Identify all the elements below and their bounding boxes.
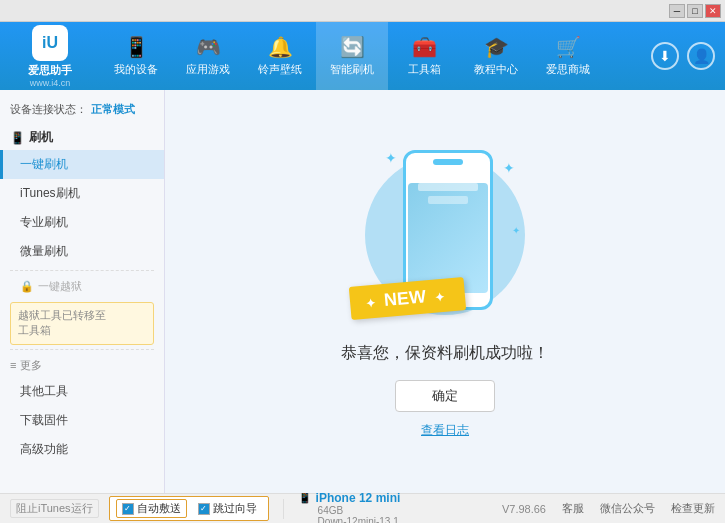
maximize-btn[interactable]: □ bbox=[687, 4, 703, 18]
phone-screen bbox=[408, 183, 488, 293]
nav-smart-flash[interactable]: 🔄 智能刷机 bbox=[316, 22, 388, 90]
device-model: Down-12mini-13,1 bbox=[318, 516, 401, 524]
sidebar-item-download-fw[interactable]: 下载固件 bbox=[0, 406, 164, 435]
advanced-label: 高级功能 bbox=[20, 442, 68, 456]
device-info: 📱 iPhone 12 mini 64GB Down-12mini-13,1 bbox=[298, 491, 401, 524]
bottom-bar: 阻止iTunes运行 ✓ 自动敷送 ✓ 跳过向导 📱 iPhone 12 min… bbox=[0, 493, 725, 523]
checkbox-skip-wizard-label: 跳过向导 bbox=[213, 501, 257, 516]
sidebar-item-itunes-flash-label: iTunes刷机 bbox=[20, 186, 80, 200]
close-btn[interactable]: ✕ bbox=[705, 4, 721, 18]
nav-tutorial-icon: 🎓 bbox=[484, 35, 509, 59]
sidebar-item-pro-flash[interactable]: 专业刷机 bbox=[0, 208, 164, 237]
nav-tutorial[interactable]: 🎓 教程中心 bbox=[460, 22, 532, 90]
status-value: 正常模式 bbox=[91, 102, 135, 117]
itunes-notice: 阻止iTunes运行 bbox=[10, 499, 99, 518]
nav-my-device-label: 我的设备 bbox=[114, 62, 158, 77]
confirm-button[interactable]: 确定 bbox=[395, 380, 495, 412]
sidebar-separator-2 bbox=[10, 349, 154, 350]
nav-shop-icon: 🛒 bbox=[556, 35, 581, 59]
more-label: 更多 bbox=[20, 358, 42, 373]
sparkle-2: ✦ bbox=[503, 160, 515, 176]
sidebar-item-pro-flash-label: 专业刷机 bbox=[20, 215, 68, 229]
sidebar-greyed-label: 一键越狱 bbox=[38, 279, 82, 294]
success-panel: ✦ ✦ ✦ bbox=[341, 145, 549, 439]
status-bar: 设备连接状态： 正常模式 bbox=[0, 98, 164, 125]
download-fw-label: 下载固件 bbox=[20, 413, 68, 427]
device-storage: 64GB bbox=[318, 505, 401, 516]
sidebar-item-other-tools[interactable]: 其他工具 bbox=[0, 377, 164, 406]
main-layout: 设备连接状态： 正常模式 📱 刷机 一键刷机 iTunes刷机 专业刷机 微量刷… bbox=[0, 90, 725, 493]
screen-line-1 bbox=[418, 183, 478, 191]
sparkle-3: ✦ bbox=[512, 225, 520, 236]
sparkle-1: ✦ bbox=[385, 150, 397, 166]
nav-smart-flash-icon: 🔄 bbox=[340, 35, 365, 59]
sidebar-notice-text: 越狱工具已转移至 工具箱 bbox=[18, 309, 106, 336]
nav-tutorial-label: 教程中心 bbox=[474, 62, 518, 77]
nav-shop-label: 爱思商城 bbox=[546, 62, 590, 77]
checkbox-group: ✓ 自动敷送 ✓ 跳过向导 bbox=[109, 496, 269, 521]
success-message: 恭喜您，保资料刷机成功啦！ bbox=[341, 343, 549, 364]
minimize-btn[interactable]: ─ bbox=[669, 4, 685, 18]
checkbox-auto-send-label: 自动敷送 bbox=[137, 501, 181, 516]
nav-bar: 📱 我的设备 🎮 应用游戏 🔔 铃声壁纸 🔄 智能刷机 🧰 工具箱 🎓 教程中心… bbox=[100, 22, 651, 90]
header-right: ⬇ 👤 bbox=[651, 42, 725, 70]
other-tools-label: 其他工具 bbox=[20, 384, 68, 398]
nav-shop[interactable]: 🛒 爱思商城 bbox=[532, 22, 604, 90]
nav-toolbox-label: 工具箱 bbox=[408, 62, 441, 77]
nav-app-games-label: 应用游戏 bbox=[186, 62, 230, 77]
wechat-public-link[interactable]: 微信公众号 bbox=[600, 501, 655, 516]
lock-icon: 🔒 bbox=[20, 280, 34, 293]
logo-icon: iU bbox=[32, 25, 68, 61]
flash-section-icon: 📱 bbox=[10, 131, 25, 145]
checkbox-skip-wizard[interactable]: ✓ 跳过向导 bbox=[193, 499, 262, 518]
phone-notch bbox=[433, 159, 463, 165]
checkbox-auto-send[interactable]: ✓ 自动敷送 bbox=[116, 499, 187, 518]
nav-ringtones-label: 铃声壁纸 bbox=[258, 62, 302, 77]
flash-section-label: 刷机 bbox=[29, 129, 53, 146]
nav-my-device-icon: 📱 bbox=[124, 35, 149, 59]
download-btn[interactable]: ⬇ bbox=[651, 42, 679, 70]
version-text: V7.98.66 bbox=[502, 503, 546, 515]
confirm-btn-label: 确定 bbox=[432, 387, 458, 405]
title-bar: ─ □ ✕ bbox=[0, 0, 725, 22]
nav-ringtones[interactable]: 🔔 铃声壁纸 bbox=[244, 22, 316, 90]
header: iU 爱思助手 www.i4.cn 📱 我的设备 🎮 应用游戏 🔔 铃声壁纸 🔄… bbox=[0, 22, 725, 90]
logo-name: 爱思助手 bbox=[28, 63, 72, 78]
nav-toolbox[interactable]: 🧰 工具箱 bbox=[388, 22, 460, 90]
sidebar: 设备连接状态： 正常模式 📱 刷机 一键刷机 iTunes刷机 专业刷机 微量刷… bbox=[0, 90, 165, 493]
bottom-left: 阻止iTunes运行 ✓ 自动敷送 ✓ 跳过向导 📱 iPhone 12 min… bbox=[10, 491, 502, 524]
bottom-right: V7.98.66 客服 微信公众号 检查更新 bbox=[502, 501, 715, 516]
sidebar-separator-1 bbox=[10, 270, 154, 271]
new-badge-text: NEW bbox=[383, 286, 427, 310]
checkbox-skip-wizard-check: ✓ bbox=[198, 503, 210, 515]
logo: iU 爱思助手 www.i4.cn bbox=[0, 25, 100, 88]
separator-device bbox=[283, 499, 284, 519]
screen-line-2 bbox=[428, 196, 468, 204]
sidebar-section-flash: 📱 刷机 一键刷机 iTunes刷机 专业刷机 微量刷机 bbox=[0, 125, 164, 266]
sidebar-more-header: ≡ 更多 bbox=[0, 354, 164, 377]
status-label: 设备连接状态： bbox=[10, 102, 87, 117]
more-icon: ≡ bbox=[10, 359, 16, 371]
nav-my-device[interactable]: 📱 我的设备 bbox=[100, 22, 172, 90]
content-area: ✦ ✦ ✦ bbox=[165, 90, 725, 493]
sidebar-item-advanced[interactable]: 高级功能 bbox=[0, 435, 164, 464]
account-btn[interactable]: 👤 bbox=[687, 42, 715, 70]
sidebar-item-one-click-label: 一键刷机 bbox=[20, 157, 68, 171]
nav-smart-flash-label: 智能刷机 bbox=[330, 62, 374, 77]
customer-service-link[interactable]: 客服 bbox=[562, 501, 584, 516]
daily-task-link[interactable]: 查看日志 bbox=[421, 422, 469, 439]
nav-ringtones-icon: 🔔 bbox=[268, 35, 293, 59]
sidebar-greyed-jailbreak: 🔒 一键越狱 bbox=[0, 275, 164, 298]
nav-app-games-icon: 🎮 bbox=[196, 35, 221, 59]
sidebar-item-micro-flash[interactable]: 微量刷机 bbox=[0, 237, 164, 266]
nav-app-games[interactable]: 🎮 应用游戏 bbox=[172, 22, 244, 90]
check-update-link[interactable]: 检查更新 bbox=[671, 501, 715, 516]
sidebar-item-micro-flash-label: 微量刷机 bbox=[20, 244, 68, 258]
sidebar-item-itunes-flash[interactable]: iTunes刷机 bbox=[0, 179, 164, 208]
logo-url: www.i4.cn bbox=[30, 78, 71, 88]
sidebar-section-flash-header: 📱 刷机 bbox=[0, 125, 164, 150]
sidebar-item-one-click[interactable]: 一键刷机 bbox=[0, 150, 164, 179]
checkbox-auto-send-check: ✓ bbox=[122, 503, 134, 515]
sidebar-notice: 越狱工具已转移至 工具箱 bbox=[10, 302, 154, 345]
phone-illustration: ✦ ✦ ✦ bbox=[365, 145, 525, 325]
